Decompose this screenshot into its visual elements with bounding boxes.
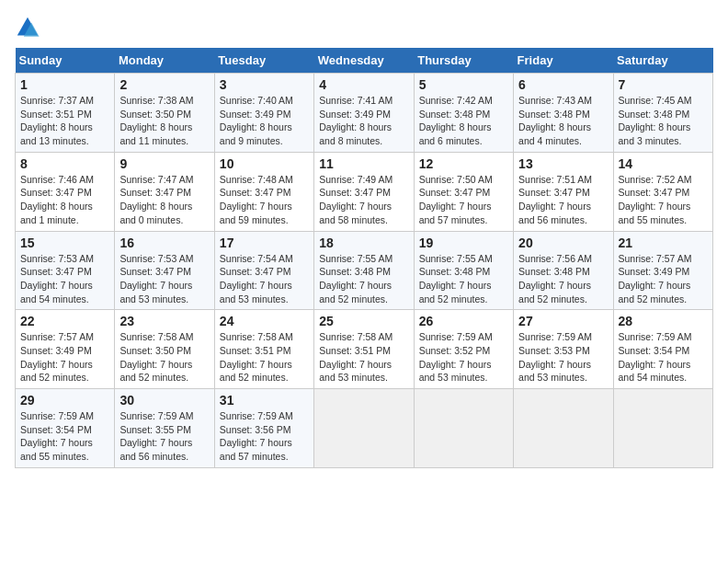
day-cell: 3 Sunrise: 7:40 AMSunset: 3:49 PMDayligh… [214,74,313,153]
day-detail: Sunrise: 7:52 AMSunset: 3:47 PMDaylight:… [619,174,692,225]
day-number: 3 [220,77,309,92]
day-detail: Sunrise: 7:47 AMSunset: 3:47 PMDaylight:… [119,174,193,225]
day-number: 26 [419,314,508,328]
day-cell: 7 Sunrise: 7:45 AMSunset: 3:48 PMDayligh… [613,74,712,153]
day-cell: 17 Sunrise: 7:54 AMSunset: 3:47 PMDaylig… [214,231,313,310]
day-detail: Sunrise: 7:43 AMSunset: 3:48 PMDaylight:… [518,95,592,146]
day-cell: 6 Sunrise: 7:43 AMSunset: 3:48 PMDayligh… [514,74,613,153]
day-detail: Sunrise: 7:49 AMSunset: 3:47 PMDaylight:… [319,174,392,225]
logo [15,15,44,40]
day-cell [314,389,414,468]
day-detail: Sunrise: 7:58 AMSunset: 3:51 PMDaylight:… [220,331,293,383]
day-cell: 10 Sunrise: 7:48 AMSunset: 3:47 PMDaylig… [214,152,313,231]
day-cell: 18 Sunrise: 7:55 AMSunset: 3:48 PMDaylig… [314,231,414,310]
day-detail: Sunrise: 7:45 AMSunset: 3:48 PMDaylight:… [619,95,692,146]
day-number: 30 [119,393,209,408]
day-number: 4 [319,77,408,92]
day-number: 6 [518,77,608,92]
day-cell: 12 Sunrise: 7:50 AMSunset: 3:47 PMDaylig… [414,152,513,231]
day-number: 12 [419,156,508,171]
day-number: 25 [319,314,408,328]
day-cell [514,389,613,468]
day-detail: Sunrise: 7:59 AMSunset: 3:52 PMDaylight:… [419,331,493,383]
day-cell: 11 Sunrise: 7:49 AMSunset: 3:47 PMDaylig… [314,152,414,231]
day-detail: Sunrise: 7:53 AMSunset: 3:47 PMDaylight:… [119,253,193,304]
day-number: 5 [419,77,508,92]
day-cell: 8 Sunrise: 7:46 AMSunset: 3:47 PMDayligh… [16,152,115,231]
day-cell: 1 Sunrise: 7:37 AMSunset: 3:51 PMDayligh… [16,74,115,153]
day-cell: 9 Sunrise: 7:47 AMSunset: 3:47 PMDayligh… [115,152,214,231]
header-monday: Monday [115,48,214,74]
day-detail: Sunrise: 7:59 AMSunset: 3:54 PMDaylight:… [619,331,692,383]
logo-icon [15,15,40,40]
day-number: 16 [119,236,209,250]
day-cell: 5 Sunrise: 7:42 AMSunset: 3:48 PMDayligh… [414,74,513,153]
day-detail: Sunrise: 7:41 AMSunset: 3:49 PMDaylight:… [319,95,392,146]
day-number: 11 [319,156,408,171]
week-row-1: 1 Sunrise: 7:37 AMSunset: 3:51 PMDayligh… [16,74,713,153]
week-row-2: 8 Sunrise: 7:46 AMSunset: 3:47 PMDayligh… [16,152,713,231]
day-detail: Sunrise: 7:42 AMSunset: 3:48 PMDaylight:… [419,95,493,146]
day-number: 27 [518,314,608,328]
day-detail: Sunrise: 7:58 AMSunset: 3:51 PMDaylight:… [319,331,392,383]
day-detail: Sunrise: 7:59 AMSunset: 3:56 PMDaylight:… [220,410,293,462]
day-cell: 19 Sunrise: 7:55 AMSunset: 3:48 PMDaylig… [414,231,513,310]
day-cell: 31 Sunrise: 7:59 AMSunset: 3:56 PMDaylig… [214,389,313,468]
header-friday: Friday [514,48,613,74]
day-number: 15 [20,236,109,250]
header [15,15,713,40]
day-detail: Sunrise: 7:50 AMSunset: 3:47 PMDaylight:… [419,174,493,225]
header-tuesday: Tuesday [214,48,313,74]
day-number: 13 [518,156,608,171]
day-detail: Sunrise: 7:37 AMSunset: 3:51 PMDaylight:… [20,95,94,146]
day-cell: 20 Sunrise: 7:56 AMSunset: 3:48 PMDaylig… [514,231,613,310]
day-cell: 28 Sunrise: 7:59 AMSunset: 3:54 PMDaylig… [613,310,712,389]
day-detail: Sunrise: 7:53 AMSunset: 3:47 PMDaylight:… [20,253,94,304]
day-detail: Sunrise: 7:55 AMSunset: 3:48 PMDaylight:… [419,253,493,304]
header-row: SundayMondayTuesdayWednesdayThursdayFrid… [16,48,713,74]
day-number: 17 [220,236,309,250]
day-detail: Sunrise: 7:58 AMSunset: 3:50 PMDaylight:… [119,331,193,383]
day-detail: Sunrise: 7:51 AMSunset: 3:47 PMDaylight:… [518,174,592,225]
day-number: 31 [220,393,309,408]
day-number: 28 [619,314,708,328]
day-number: 1 [20,77,109,92]
day-detail: Sunrise: 7:57 AMSunset: 3:49 PMDaylight:… [20,331,94,383]
day-detail: Sunrise: 7:59 AMSunset: 3:54 PMDaylight:… [20,410,94,462]
day-detail: Sunrise: 7:59 AMSunset: 3:55 PMDaylight:… [119,410,193,462]
day-detail: Sunrise: 7:59 AMSunset: 3:53 PMDaylight:… [518,331,592,383]
day-number: 10 [220,156,309,171]
day-number: 7 [619,77,708,92]
day-number: 2 [119,77,209,92]
day-detail: Sunrise: 7:54 AMSunset: 3:47 PMDaylight:… [220,253,293,304]
day-number: 14 [619,156,708,171]
day-number: 8 [20,156,109,171]
day-cell: 16 Sunrise: 7:53 AMSunset: 3:47 PMDaylig… [115,231,214,310]
day-detail: Sunrise: 7:48 AMSunset: 3:47 PMDaylight:… [220,174,293,225]
day-number: 20 [518,236,608,250]
day-cell: 22 Sunrise: 7:57 AMSunset: 3:49 PMDaylig… [16,310,115,389]
day-cell: 27 Sunrise: 7:59 AMSunset: 3:53 PMDaylig… [514,310,613,389]
day-cell: 13 Sunrise: 7:51 AMSunset: 3:47 PMDaylig… [514,152,613,231]
day-cell: 24 Sunrise: 7:58 AMSunset: 3:51 PMDaylig… [214,310,313,389]
week-row-3: 15 Sunrise: 7:53 AMSunset: 3:47 PMDaylig… [16,231,713,310]
day-number: 23 [119,314,209,328]
day-detail: Sunrise: 7:46 AMSunset: 3:47 PMDaylight:… [20,174,94,225]
day-detail: Sunrise: 7:38 AMSunset: 3:50 PMDaylight:… [119,95,193,146]
week-row-5: 29 Sunrise: 7:59 AMSunset: 3:54 PMDaylig… [16,389,713,468]
day-cell: 4 Sunrise: 7:41 AMSunset: 3:49 PMDayligh… [314,74,414,153]
day-cell: 14 Sunrise: 7:52 AMSunset: 3:47 PMDaylig… [613,152,712,231]
day-cell [613,389,712,468]
day-cell: 23 Sunrise: 7:58 AMSunset: 3:50 PMDaylig… [115,310,214,389]
day-cell: 29 Sunrise: 7:59 AMSunset: 3:54 PMDaylig… [16,389,115,468]
day-number: 18 [319,236,408,250]
day-number: 22 [20,314,109,328]
header-sunday: Sunday [16,48,115,74]
day-cell: 21 Sunrise: 7:57 AMSunset: 3:49 PMDaylig… [613,231,712,310]
day-cell: 25 Sunrise: 7:58 AMSunset: 3:51 PMDaylig… [314,310,414,389]
day-detail: Sunrise: 7:55 AMSunset: 3:48 PMDaylight:… [319,253,392,304]
day-cell: 2 Sunrise: 7:38 AMSunset: 3:50 PMDayligh… [115,74,214,153]
day-detail: Sunrise: 7:57 AMSunset: 3:49 PMDaylight:… [619,253,692,304]
calendar-table: SundayMondayTuesdayWednesdayThursdayFrid… [15,48,713,468]
header-wednesday: Wednesday [314,48,414,74]
